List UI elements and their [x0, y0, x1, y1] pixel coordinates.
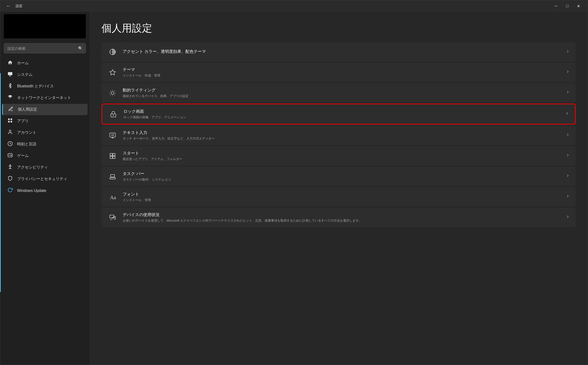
settings-item-accent-color[interactable]: アクセント カラー、透明度効果、配色テーマ: [101, 42, 576, 62]
settings-item-fonts[interactable]: Aaフォントインストール、管理: [101, 187, 576, 207]
device-usage-subtitle: お使いのデバイスを使用して、Microsoft エクスペリエンス内でパーソナライ…: [123, 218, 566, 223]
svg-point-15: [111, 91, 114, 94]
user-avatar: [4, 14, 86, 38]
sidebar-item-apps[interactable]: アプリ: [2, 115, 88, 127]
taskbar-icon: [107, 171, 118, 182]
sidebar-item-time-label: 時刻と言語: [17, 142, 36, 147]
svg-rect-32: [111, 174, 115, 177]
sidebar-item-personalization[interactable]: 個人用設定: [2, 104, 88, 115]
start-title: スタート: [123, 150, 566, 156]
bluetooth-icon: [7, 83, 13, 90]
sidebar-item-apps-label: アプリ: [17, 119, 29, 124]
sidebar-item-accessibility[interactable]: アクセシビリティ: [2, 162, 88, 173]
close-button[interactable]: ✕: [573, 0, 584, 12]
theme-title: テーマ: [123, 67, 566, 72]
svg-rect-4: [11, 119, 12, 120]
svg-rect-31: [110, 177, 115, 179]
maximize-button[interactable]: □: [562, 0, 573, 12]
lock-screen-subtitle: ロック画面の画像、アプリ、アニメーション: [123, 115, 565, 119]
start-subtitle: 最近使ったアプリ、アイテム、フォルダー: [123, 157, 566, 161]
sidebar-item-network[interactable]: ネットワークとインターネット: [2, 92, 88, 104]
dynamic-lighting-subtitle: 接続されているデバイス、効果、アプリの設定: [123, 94, 566, 98]
svg-rect-27: [110, 153, 112, 155]
accent-color-chevron-icon: [566, 49, 570, 55]
settings-window: ← 設定 ─ □ ✕ 🔍 ホームシステムBluetooth とデバイスネットワー…: [0, 0, 588, 365]
sidebar-item-home-label: ホーム: [17, 61, 29, 66]
settings-item-taskbar[interactable]: タスク バータスク バーの動作、システム ピン: [101, 167, 576, 186]
apps-icon: [7, 118, 13, 124]
svg-line-18: [110, 91, 111, 91]
svg-line-22: [110, 95, 111, 95]
svg-rect-30: [113, 156, 115, 158]
svg-text:Aa: Aa: [110, 195, 116, 200]
svg-point-12: [11, 155, 12, 156]
gaming-icon: [7, 153, 13, 159]
sidebar-item-time[interactable]: 時刻と言語: [2, 139, 88, 150]
page-title: 個人用設定: [101, 21, 576, 35]
theme-subtitle: インストール、作成、管理: [123, 73, 566, 78]
sidebar-item-system[interactable]: システム: [2, 69, 88, 80]
svg-rect-5: [8, 121, 10, 122]
settings-item-start[interactable]: スタート最近使ったアプリ、アイテム、フォルダー: [101, 146, 576, 166]
start-text: スタート最近使ったアプリ、アイテム、フォルダー: [123, 150, 566, 161]
accent-color-text: アクセント カラー、透明度効果、配色テーマ: [123, 49, 566, 55]
svg-rect-26: [110, 133, 115, 137]
settings-item-lock-screen[interactable]: ロック画面ロック画面の画像、アプリ、アニメーション: [101, 104, 576, 125]
dynamic-lighting-title: 動的ライティング: [123, 87, 566, 93]
text-input-text: テキスト入力タッチ キーボード、音声入力、絵文字など、入力方式エディター: [123, 130, 566, 141]
fonts-title: フォント: [123, 191, 566, 197]
accent-color-title: アクセント カラー、透明度効果、配色テーマ: [123, 49, 566, 54]
lock-screen-chevron-icon: [565, 111, 569, 117]
svg-point-25: [113, 115, 114, 115]
svg-line-23: [114, 91, 115, 91]
sidebar-item-home[interactable]: ホーム: [2, 57, 88, 69]
minimize-button[interactable]: ─: [551, 0, 562, 12]
svg-rect-6: [11, 121, 12, 122]
system-icon: [7, 71, 13, 78]
lock-screen-text: ロック画面ロック画面の画像、アプリ、アニメーション: [123, 109, 565, 119]
lock-screen-title: ロック画面: [123, 109, 565, 114]
main-content: 個人用設定 アクセント カラー、透明度効果、配色テーマテーマインストール、作成、…: [89, 12, 588, 365]
svg-rect-0: [8, 72, 12, 75]
search-input[interactable]: [4, 43, 86, 53]
settings-item-theme[interactable]: テーマインストール、作成、管理: [101, 63, 576, 82]
text-input-chevron-icon: [566, 133, 570, 138]
sidebar-item-gaming[interactable]: ゲーム: [2, 150, 88, 161]
start-icon: [107, 151, 118, 161]
lock-screen-icon: [108, 109, 119, 119]
sidebar: 🔍 ホームシステムBluetooth とデバイスネットワークとインターネット個人…: [0, 12, 89, 365]
settings-item-device-usage[interactable]: デバイスの使用状況お使いのデバイスを使用して、Microsoft エクスペリエン…: [101, 208, 576, 227]
svg-point-7: [9, 130, 11, 132]
sidebar-item-accessibility-label: アクセシビリティ: [17, 165, 48, 170]
sidebar-item-system-label: システム: [17, 72, 33, 77]
privacy-icon: [7, 176, 13, 182]
svg-line-19: [114, 95, 115, 95]
sidebar-item-personalization-label: 個人用設定: [18, 107, 37, 112]
sidebar-item-windowsupdate[interactable]: Windows Update: [2, 185, 88, 196]
text-input-title: テキスト入力: [123, 130, 566, 135]
sidebar-item-bluetooth[interactable]: Bluetooth とデバイス: [2, 81, 88, 92]
home-icon: [7, 60, 13, 66]
fonts-subtitle: インストール、管理: [123, 198, 566, 202]
theme-text: テーマインストール、作成、管理: [123, 67, 566, 78]
settings-item-dynamic-lighting[interactable]: 動的ライティング接続されているデバイス、効果、アプリの設定: [101, 83, 576, 103]
title-bar-title: 設定: [16, 4, 22, 8]
accessibility-icon: [7, 164, 13, 171]
sidebar-item-privacy[interactable]: プライバシーとセキュリティ: [2, 173, 88, 185]
taskbar-title: タスク バー: [123, 171, 566, 176]
dynamic-lighting-icon: [107, 88, 118, 98]
svg-point-35: [114, 218, 115, 218]
device-usage-chevron-icon: [566, 215, 570, 220]
text-input-subtitle: タッチ キーボード、音声入力、絵文字など、入力方式エディター: [123, 136, 566, 141]
search-box: 🔍: [4, 43, 86, 53]
settings-item-text-input[interactable]: テキスト入力タッチ キーボード、音声入力、絵文字など、入力方式エディター: [101, 126, 576, 145]
sidebar-item-accounts[interactable]: アカウント: [2, 127, 88, 138]
time-icon: [7, 141, 13, 147]
text-input-icon: [107, 130, 118, 141]
search-icon: 🔍: [78, 46, 83, 51]
back-button[interactable]: ←: [4, 2, 13, 10]
sidebar-item-accounts-label: アカウント: [17, 130, 36, 135]
network-icon: [7, 95, 13, 101]
svg-rect-28: [113, 153, 115, 155]
accent-color-icon: [107, 47, 118, 57]
